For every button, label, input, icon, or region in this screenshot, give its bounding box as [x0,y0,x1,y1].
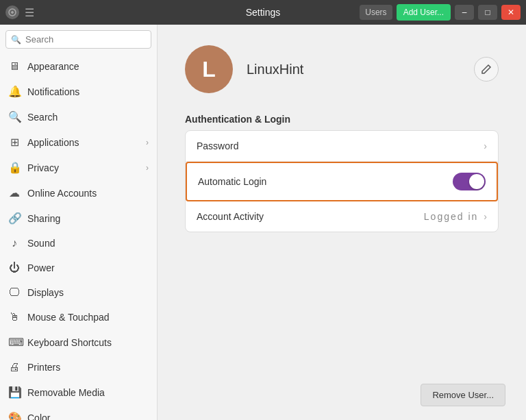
sidebar-item-notifications[interactable]: 🔔 Notifications [0,79,157,104]
sidebar-item-color[interactable]: 🎨 Color [0,405,157,420]
sidebar-icon-keyboard-shortcuts: ⌨ [8,336,21,349]
sidebar-icon-mouse-touchpad: 🖱 [8,311,21,323]
settings-row-password[interactable]: Password › [186,131,498,162]
sidebar-label-sound: Sound [27,238,149,249]
sidebar-label-color: Color [27,412,149,421]
row-arrow-account-activity: › [484,211,487,222]
sidebar-item-sharing[interactable]: 🔗 Sharing [0,206,157,231]
sidebar-item-mouse-touchpad[interactable]: 🖱 Mouse & Touchpad [0,305,157,330]
sidebar-icon-notifications: 🔔 [8,85,21,98]
sidebar-icon-search: 🔍 [8,110,21,123]
remove-user-button[interactable]: Remove User... [421,384,505,406]
sidebar-label-keyboard-shortcuts: Keyboard Shortcuts [27,337,149,348]
settings-row-account-activity[interactable]: Account Activity Logged in › [186,201,498,232]
app-icon [5,5,19,19]
row-arrow-password: › [484,140,487,151]
toggle-knob-automatic-login [469,174,484,189]
sidebar-item-appearance[interactable]: 🖥 Appearance [0,54,157,79]
sidebar-icon-privacy: 🔒 [8,161,21,174]
main-layout: 🔍 🖥 Appearance 🔔 Notifications 🔍 Search … [0,25,526,420]
users-button[interactable]: Users [360,5,392,20]
avatar: L [185,45,233,93]
sidebar-label-search: Search [27,112,149,123]
sidebar-item-power[interactable]: ⏻ Power [0,256,157,280]
toggle-automatic-login[interactable] [453,173,486,190]
sidebar-label-removable-media: Removable Media [27,387,149,398]
sidebar-item-applications[interactable]: ⊞ Applications › [0,129,157,155]
sidebar-item-sound[interactable]: ♪ Sound [0,231,157,256]
sidebar-item-keyboard-shortcuts[interactable]: ⌨ Keyboard Shortcuts [0,330,157,355]
sidebar-arrow-privacy: › [146,163,149,173]
sidebar-icon-displays: 🖵 [8,286,21,299]
sidebar-icon-sound: ♪ [8,237,21,249]
titlebar: ☰ Settings Users Add User... – □ ✕ [0,0,526,25]
sidebar-icon-printers: 🖨 [8,361,21,373]
sidebar-icon-power: ⏻ [8,262,21,274]
sidebar-label-displays: Displays [27,287,149,298]
username-label: LinuxHint [247,62,460,77]
maximize-button[interactable]: □ [478,5,497,20]
remove-user-wrap: Remove User... [421,384,505,406]
sidebar-icon-applications: ⊞ [8,136,21,149]
sidebar-item-privacy[interactable]: 🔒 Privacy › [0,155,157,180]
sidebar-icon-appearance: 🖥 [8,60,21,73]
sidebar-icon-sharing: 🔗 [8,212,21,225]
search-box: 🔍 [5,30,151,49]
section-title: Authentication & Login [185,114,499,125]
search-icon: 🔍 [11,35,21,45]
sidebar-item-removable-media[interactable]: 💾 Removable Media [0,380,157,405]
user-profile: L LinuxHint [185,45,499,93]
sidebar-label-mouse-touchpad: Mouse & Touchpad [27,312,149,323]
row-label-password: Password [197,140,478,151]
search-input[interactable] [5,30,151,49]
sidebar-label-appearance: Appearance [27,61,149,72]
sidebar-label-sharing: Sharing [27,213,149,224]
sidebar-item-search[interactable]: 🔍 Search [0,104,157,129]
sidebar-label-notifications: Notifications [27,86,149,97]
window-title: Settings [246,7,281,18]
add-user-button[interactable]: Add User... [397,4,451,21]
sidebar-item-printers[interactable]: 🖨 Printers [0,355,157,380]
sidebar-item-displays[interactable]: 🖵 Displays [0,280,157,305]
sidebar-arrow-applications: › [146,138,149,147]
row-label-automatic-login: Automatic Login [198,176,453,187]
sidebar-icon-removable-media: 💾 [8,386,21,399]
sidebar-nav: 🖥 Appearance 🔔 Notifications 🔍 Search ⊞ … [0,54,157,420]
row-value-account-activity: Logged in [424,211,479,222]
sidebar-label-power: Power [27,262,149,273]
settings-card: Password › Automatic Login Account Activ… [185,130,499,232]
sidebar: 🔍 🖥 Appearance 🔔 Notifications 🔍 Search … [0,25,158,420]
sidebar-item-online-accounts[interactable]: ☁ Online Accounts [0,180,157,206]
edit-user-button[interactable] [474,57,499,82]
minimize-button[interactable]: – [455,5,474,20]
hamburger-icon[interactable]: ☰ [25,6,34,19]
edit-icon [481,64,492,75]
row-label-account-activity: Account Activity [197,211,424,222]
settings-row-automatic-login[interactable]: Automatic Login [186,162,498,201]
sidebar-label-printers: Printers [27,362,149,373]
sidebar-label-privacy: Privacy [27,162,139,173]
close-button[interactable]: ✕ [501,5,521,20]
sidebar-icon-online-accounts: ☁ [8,186,21,199]
sidebar-label-online-accounts: Online Accounts [27,188,149,199]
content-area: L LinuxHint Authentication & Login Passw… [158,25,526,420]
sidebar-icon-color: 🎨 [8,411,21,420]
sidebar-label-applications: Applications [27,137,139,148]
